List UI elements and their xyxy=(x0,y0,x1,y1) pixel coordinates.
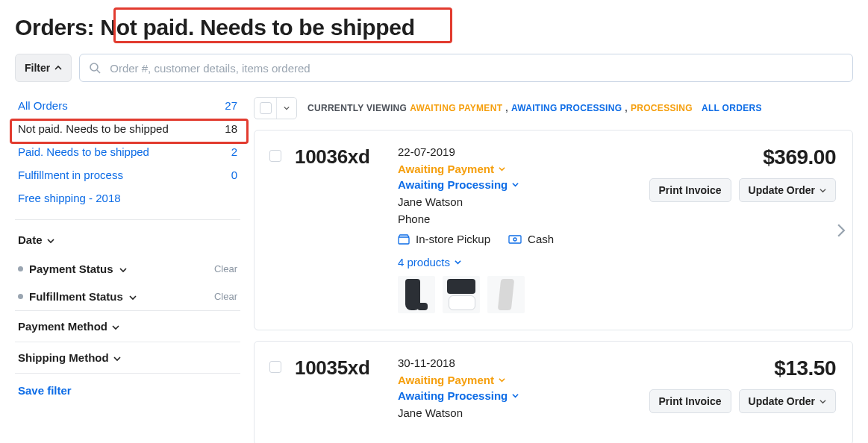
filter-payment-status[interactable]: Payment Status xyxy=(18,263,127,275)
product-thumbnail[interactable] xyxy=(443,276,480,313)
saved-filter-count: 27 xyxy=(225,99,237,112)
chevron-down-icon xyxy=(284,105,290,111)
shipping-method-label: In-store Pickup xyxy=(416,233,490,245)
chevron-down-icon xyxy=(512,181,519,188)
page-title-filter: Not paid. Needs to be shipped xyxy=(100,15,414,40)
chevron-down-icon xyxy=(512,392,519,399)
customer-name: Jane Watson xyxy=(398,406,637,419)
bullet-icon xyxy=(18,266,23,271)
page-title-prefix: Orders: xyxy=(15,15,94,40)
chevron-up-icon xyxy=(54,64,62,72)
currently-viewing-line: CURRENTLY VIEWING AWAITING PAYMENT, AWAI… xyxy=(307,103,762,113)
products-count-label: 4 products xyxy=(398,256,450,268)
clear-fulfillment-status[interactable]: Clear xyxy=(214,291,237,302)
chevron-down-icon xyxy=(819,187,826,194)
search-input[interactable] xyxy=(108,61,843,75)
cv-awaiting-payment[interactable]: AWAITING PAYMENT xyxy=(410,103,502,113)
update-order-label: Update Order xyxy=(749,395,815,407)
order-date: 22-07-2019 xyxy=(398,145,637,158)
select-all-arrow[interactable] xyxy=(277,98,296,119)
select-all-checkbox[interactable] xyxy=(255,98,277,119)
filter-toggle-button[interactable]: Filter xyxy=(15,54,72,82)
order-number[interactable]: 10036xd xyxy=(295,145,386,169)
filter-fulfillment-status[interactable]: Fulfillment Status xyxy=(18,290,137,303)
print-invoice-label: Print Invoice xyxy=(659,395,722,407)
payment-status-dropdown[interactable]: Awaiting Payment xyxy=(398,163,637,175)
order-total: $13.50 xyxy=(649,356,837,380)
order-date: 30-11-2018 xyxy=(398,356,637,369)
payment-method: Cash xyxy=(508,233,554,245)
order-number[interactable]: 10035xd xyxy=(295,356,386,380)
chevron-down-icon xyxy=(455,259,461,266)
save-filter-link[interactable]: Save filter xyxy=(15,374,240,407)
saved-filter-free-shipping[interactable]: Free shipping - 2018 xyxy=(15,186,240,210)
chevron-down-icon xyxy=(47,237,54,245)
print-invoice-button[interactable]: Print Invoice xyxy=(649,389,731,413)
saved-filter-fulfillment[interactable]: Fulfillment in process 0 xyxy=(15,163,240,186)
print-invoice-label: Print Invoice xyxy=(659,184,722,196)
order-checkbox[interactable] xyxy=(269,150,281,162)
saved-filter-label: Free shipping - 2018 xyxy=(18,192,121,204)
filter-shipping-method-label: Shipping Method xyxy=(18,351,109,364)
search-icon xyxy=(89,62,101,74)
products-expand[interactable]: 4 products xyxy=(398,256,637,268)
payment-status-label: Awaiting Payment xyxy=(398,163,494,175)
filter-date-label: Date xyxy=(18,233,43,246)
chevron-down-icon xyxy=(499,166,505,172)
saved-filter-paid[interactable]: Paid. Needs to be shipped 2 xyxy=(15,140,240,163)
currently-viewing-label: CURRENTLY VIEWING xyxy=(307,103,407,113)
cv-sep: , xyxy=(505,103,508,113)
saved-filter-label: All Orders xyxy=(18,99,68,112)
update-order-button[interactable]: Update Order xyxy=(739,178,836,202)
filter-toggle-label: Filter xyxy=(25,62,50,74)
filter-payment-method-section[interactable]: Payment Method xyxy=(15,311,240,342)
bullet-icon xyxy=(18,294,23,299)
order-checkbox[interactable] xyxy=(269,361,281,373)
payment-method-label: Cash xyxy=(528,233,554,245)
payment-status-dropdown[interactable]: Awaiting Payment xyxy=(398,374,637,386)
update-order-label: Update Order xyxy=(749,184,815,196)
order-card[interactable]: 10036xd 22-07-2019 Awaiting Payment Awai… xyxy=(254,130,853,330)
saved-filter-all-orders[interactable]: All Orders 27 xyxy=(15,94,240,117)
order-card[interactable]: 10035xd 30-11-2018 Awaiting Payment Awai… xyxy=(254,341,853,443)
svg-line-1 xyxy=(97,70,100,73)
product-thumbnail[interactable] xyxy=(398,276,435,313)
order-total: $369.00 xyxy=(649,145,837,169)
cv-processing[interactable]: PROCESSING xyxy=(631,103,693,113)
saved-filter-label: Paid. Needs to be shipped xyxy=(18,145,149,158)
filter-fulfillment-status-label: Fulfillment Status xyxy=(29,290,123,303)
fulfillment-status-label: Awaiting Processing xyxy=(398,178,508,191)
cv-awaiting-processing[interactable]: AWAITING PROCESSING xyxy=(511,103,622,113)
chevron-down-icon xyxy=(112,324,119,331)
saved-filter-count: 18 xyxy=(225,122,237,135)
product-thumbnail[interactable] xyxy=(487,276,525,313)
saved-filter-not-paid[interactable]: Not paid. Needs to be shipped 18 xyxy=(15,117,240,140)
print-invoice-button[interactable]: Print Invoice xyxy=(649,178,731,202)
fulfillment-status-dropdown[interactable]: Awaiting Processing xyxy=(398,178,637,191)
saved-filter-label: Not paid. Needs to be shipped xyxy=(18,122,169,135)
page-title: Orders: Not paid. Needs to be shipped xyxy=(15,15,415,40)
filter-shipping-method-section[interactable]: Shipping Method xyxy=(15,342,240,373)
chevron-down-icon xyxy=(113,355,121,362)
cv-sep: , xyxy=(625,103,628,113)
store-icon xyxy=(398,234,410,245)
saved-filter-label: Fulfillment in process xyxy=(18,169,123,181)
customer-name: Jane Watson xyxy=(398,195,637,208)
clear-payment-status[interactable]: Clear xyxy=(214,263,237,274)
filter-payment-method-label: Payment Method xyxy=(18,320,107,333)
chevron-right-icon xyxy=(836,224,846,237)
filter-payment-status-label: Payment Status xyxy=(29,263,113,275)
saved-filter-count: 0 xyxy=(231,169,237,181)
cash-icon xyxy=(508,235,522,244)
chevron-down-icon xyxy=(819,398,826,405)
cv-all-orders[interactable]: ALL ORDERS xyxy=(702,103,762,113)
fulfillment-status-dropdown[interactable]: Awaiting Processing xyxy=(398,389,637,402)
update-order-button[interactable]: Update Order xyxy=(739,389,836,413)
select-all-dropdown[interactable] xyxy=(254,97,297,119)
customer-contact: Phone xyxy=(398,213,637,225)
search-box[interactable] xyxy=(79,54,853,82)
svg-rect-2 xyxy=(399,237,409,244)
card-expand-chevron[interactable] xyxy=(836,224,846,237)
filter-date-section[interactable]: Date xyxy=(15,224,240,255)
shipping-method: In-store Pickup xyxy=(398,233,490,245)
